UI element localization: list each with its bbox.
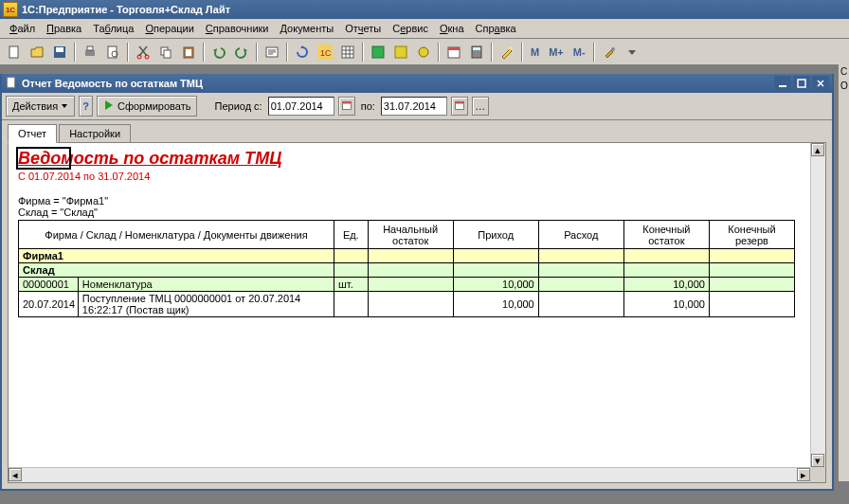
paste-button[interactable] <box>178 42 199 63</box>
row-firma[interactable]: Фирма1 <box>19 249 795 263</box>
undo-button[interactable] <box>208 42 229 63</box>
save-button[interactable] <box>49 42 70 63</box>
period-to-input[interactable] <box>381 97 447 116</box>
tab-strip: Отчет Настройки <box>8 124 826 142</box>
scroll-down-button[interactable]: ▾ <box>811 454 824 467</box>
period-from-picker[interactable] <box>338 97 355 116</box>
calc-icon[interactable] <box>466 42 487 63</box>
period-from-input[interactable] <box>268 97 334 116</box>
scroll-left-button[interactable]: ◂ <box>9 468 22 481</box>
row-document[interactable]: 20.07.2014 Поступление ТМЦ 0000000001 от… <box>19 292 795 317</box>
th-in: Приход <box>453 221 538 249</box>
menu-table[interactable]: Таблица <box>87 21 139 36</box>
menubar: Файл Правка Таблица Операции Справочники… <box>0 19 849 39</box>
svg-point-19 <box>419 47 428 57</box>
period-to-label: по: <box>359 100 377 112</box>
maximize-button[interactable] <box>793 76 810 91</box>
right-label-o[interactable]: O <box>839 79 849 93</box>
scroll-up-button[interactable]: ▴ <box>811 143 824 156</box>
cell-cursor <box>16 147 71 170</box>
row-nomenclature[interactable]: 00000001 Номенклатура шт. 10,000 10,000 <box>19 278 795 292</box>
period-dialog-button[interactable]: … <box>472 97 489 116</box>
tab-report[interactable]: Отчет <box>8 124 57 143</box>
right-docked-panel: C O <box>838 64 849 481</box>
app-icon: 1С <box>3 2 18 17</box>
svg-rect-4 <box>87 46 93 50</box>
svg-rect-2 <box>56 47 63 52</box>
table-icon[interactable] <box>337 42 358 63</box>
form-button[interactable]: Сформировать <box>97 96 198 117</box>
th-unit: Ед. <box>334 221 369 249</box>
menu-file[interactable]: Файл <box>4 21 41 36</box>
tool2-icon[interactable] <box>390 42 411 63</box>
ellipsis-icon: … <box>475 100 485 112</box>
report-scroll[interactable]: Ведомость по остаткам ТМЦ С 01.07.2014 п… <box>9 143 810 467</box>
svg-rect-18 <box>395 46 406 58</box>
minimize-button[interactable] <box>774 76 791 91</box>
cut-button[interactable] <box>133 42 154 63</box>
svg-rect-0 <box>9 46 18 58</box>
dropdown-icon[interactable] <box>622 42 642 63</box>
tab-settings[interactable]: Настройки <box>59 124 131 142</box>
report-period: С 01.07.2014 по 31.07.2014 <box>18 171 801 182</box>
svg-text:1C: 1C <box>320 48 332 58</box>
preview-button[interactable] <box>102 42 123 63</box>
child-title: Отчет Ведомость по остаткам ТМЦ <box>22 78 203 89</box>
tool1-icon[interactable] <box>368 42 388 63</box>
app-titlebar: 1С 1С:Предприятие - Торговля+Склад Лайт <box>0 0 849 19</box>
horizontal-scrollbar[interactable]: ◂ ▸ <box>9 467 810 482</box>
mdi-area: Отчет Ведомость по остаткам ТМЦ Действия… <box>0 64 849 504</box>
copy-button[interactable] <box>155 42 176 63</box>
refresh-icon[interactable] <box>292 42 313 63</box>
report-area: Ведомость по остаткам ТМЦ С 01.07.2014 п… <box>8 142 826 483</box>
settings-icon[interactable] <box>599 42 620 63</box>
menu-reports[interactable]: Отчеты <box>339 21 387 36</box>
menu-windows[interactable]: Окна <box>434 21 470 36</box>
menu-operations[interactable]: Операции <box>139 21 199 36</box>
scroll-right-button[interactable]: ▸ <box>797 468 810 481</box>
wizard-icon[interactable] <box>497 42 517 63</box>
filter-firma: Фирма = "Фирма1" <box>18 195 801 207</box>
find-button[interactable] <box>262 42 282 63</box>
svg-point-25 <box>611 47 615 51</box>
th-reserve: Конечный резерв <box>709 221 794 249</box>
mplus-button[interactable]: M+ <box>545 42 568 63</box>
menu-help[interactable]: Справка <box>470 21 522 36</box>
redo-button[interactable] <box>231 42 252 63</box>
actions-button[interactable]: Действия <box>6 96 75 117</box>
scroll-corner <box>810 467 825 482</box>
new-button[interactable] <box>4 42 25 63</box>
print-button[interactable] <box>80 42 100 63</box>
calendar-icon <box>454 99 465 113</box>
svg-rect-28 <box>798 80 805 87</box>
child-toolbar: Действия ? Сформировать Период с: по: <box>2 93 832 120</box>
svg-rect-23 <box>473 47 480 50</box>
svg-rect-27 <box>779 85 786 87</box>
calendar-icon <box>341 99 352 113</box>
1c-icon[interactable]: 1C <box>315 42 335 63</box>
tool3-icon[interactable] <box>413 42 434 63</box>
vertical-scrollbar[interactable]: ▴ ▾ <box>810 143 825 467</box>
th-out: Расход <box>538 221 623 249</box>
menu-edit[interactable]: Правка <box>41 21 87 36</box>
period-from-label: Период с: <box>212 100 263 112</box>
right-label-c[interactable]: C <box>839 64 849 79</box>
menu-service[interactable]: Сервис <box>387 21 434 36</box>
svg-rect-12 <box>186 49 191 56</box>
mminus-button[interactable]: M- <box>569 42 589 63</box>
close-button[interactable] <box>812 76 829 91</box>
th-end: Конечный остаток <box>623 221 709 249</box>
m-button[interactable]: M <box>527 42 543 63</box>
actions-label: Действия <box>12 100 58 112</box>
help-button[interactable]: ? <box>79 96 93 117</box>
calendar-icon[interactable] <box>443 42 464 63</box>
open-button[interactable] <box>27 42 47 63</box>
menu-refs[interactable]: Справочники <box>200 21 275 36</box>
filter-sklad: Склад = "Склад" <box>18 207 801 218</box>
child-titlebar: Отчет Ведомость по остаткам ТМЦ <box>2 74 832 93</box>
row-sklad[interactable]: Склад <box>19 263 795 278</box>
period-to-picker[interactable] <box>451 97 468 116</box>
menu-docs[interactable]: Документы <box>275 21 340 36</box>
form-label: Сформировать <box>117 100 191 112</box>
help-icon: ? <box>82 100 89 112</box>
